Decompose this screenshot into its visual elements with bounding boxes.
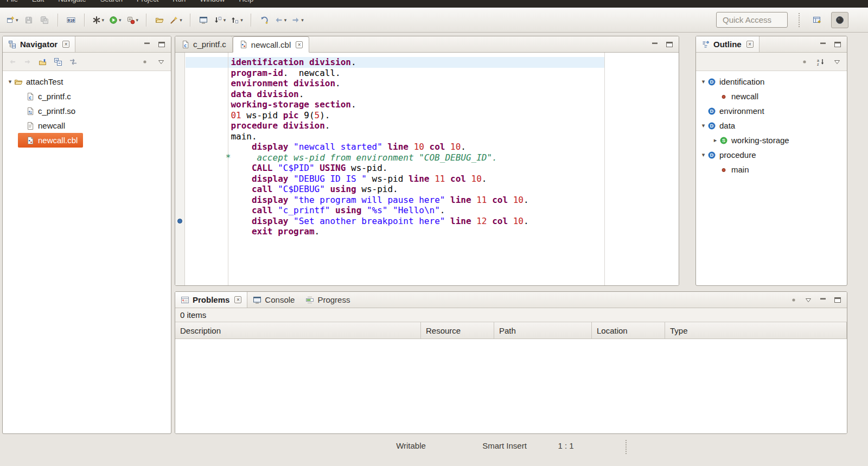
outline-item-data[interactable]: ▾Ddata: [699, 118, 741, 133]
back-history-button[interactable]: ▾: [273, 12, 289, 27]
menu-help[interactable]: Help: [239, 0, 253, 3]
navigator-item-attachtest[interactable]: ▾attachTest: [6, 74, 68, 89]
save-all-button[interactable]: [37, 12, 52, 27]
column-header-path[interactable]: Path: [494, 322, 592, 339]
minimize-button[interactable]: [648, 38, 661, 51]
minimize-button[interactable]: [816, 38, 829, 51]
navigator-item-c-printf-so[interactable]: c_printf.so: [18, 104, 81, 118]
dropdown-arrow-icon[interactable]: ▾: [136, 17, 139, 23]
console-button[interactable]: [196, 12, 210, 27]
navigator-item-newcall-cbl[interactable]: newcall.cbl: [18, 133, 83, 148]
dropdown-arrow-icon[interactable]: ▾: [301, 17, 304, 23]
tab-problems[interactable]: Problems×: [175, 292, 247, 308]
editor-tab-newcall-cbl[interactable]: newcall.cbl×: [233, 36, 309, 53]
column-header-description[interactable]: Description: [175, 322, 421, 339]
view-menu-button[interactable]: [155, 55, 168, 68]
code-line[interactable]: identification division.: [186, 57, 679, 68]
tab-console[interactable]: Console: [247, 292, 300, 308]
expander-icon[interactable]: ▸: [711, 137, 719, 144]
close-icon[interactable]: ×: [296, 41, 303, 48]
dropdown-arrow-icon[interactable]: ▾: [16, 17, 18, 23]
maximize-button[interactable]: [663, 38, 676, 51]
forward-history-button[interactable]: ▾: [290, 12, 305, 27]
run-config-button[interactable]: ▾: [125, 12, 141, 27]
new-wizard-button[interactable]: ▾: [4, 12, 20, 27]
code-line[interactable]: main.: [186, 131, 679, 142]
menu-navigate[interactable]: Navigate: [58, 0, 86, 3]
run-button[interactable]: ▾: [107, 12, 123, 27]
code-line[interactable]: CALL "C$PID" USING ws-pid.: [186, 163, 679, 174]
annotation-ruler[interactable]: [175, 53, 185, 286]
dropdown-arrow-icon[interactable]: ▾: [102, 17, 105, 23]
menu-edit[interactable]: Edit: [32, 0, 44, 3]
close-icon[interactable]: ×: [62, 41, 69, 48]
code-line[interactable]: display "DEBUG ID IS " ws-pid line 11 co…: [186, 174, 679, 184]
tab-navigator[interactable]: Navigator ×: [3, 36, 75, 52]
code-line[interactable]: environment division.: [186, 78, 679, 89]
code-line[interactable]: data division.: [186, 89, 679, 100]
code-line[interactable]: display "Set another breakpoint here" li…: [186, 216, 679, 227]
prev-annotation-button[interactable]: ▾: [229, 12, 245, 27]
code-line[interactable]: working-storage section.: [186, 99, 679, 110]
quick-access-field[interactable]: Quick Access: [716, 12, 788, 28]
expander-icon[interactable]: ▾: [6, 78, 14, 85]
outline-item-working-storage[interactable]: ▸Sworking-storage: [711, 133, 795, 148]
code-line[interactable]: program-id. newcall.: [186, 68, 679, 79]
code-line[interactable]: call "C$DEBUG" using ws-pid.: [186, 184, 679, 195]
column-header-location[interactable]: Location: [592, 322, 665, 339]
menu-window[interactable]: Window: [200, 0, 225, 3]
expander-icon[interactable]: ▾: [699, 122, 707, 129]
code-line[interactable]: * accept ws-pid from environment "COB_DE…: [186, 152, 679, 163]
sort-button[interactable]: az: [814, 55, 827, 68]
minimize-button[interactable]: [816, 293, 829, 307]
dropdown-arrow-icon[interactable]: ▾: [224, 17, 226, 23]
nav-forward-button[interactable]: [21, 55, 34, 68]
menu-file[interactable]: File: [7, 0, 18, 3]
navigator-item-c-printf-c[interactable]: cc_printf.c: [18, 89, 76, 104]
code-line[interactable]: display "the program will pause here" li…: [186, 195, 679, 206]
code-line[interactable]: procedure division.: [186, 120, 679, 131]
code-line[interactable]: 01 ws-pid pic 9(5).: [186, 110, 679, 121]
outline-item-procedure[interactable]: ▾Dprocedure: [699, 148, 762, 162]
view-menu-button[interactable]: [802, 293, 815, 307]
maximize-button[interactable]: [831, 293, 844, 307]
expander-icon[interactable]: ▾: [699, 151, 707, 158]
editor-tab-c-printf-c[interactable]: cc_printf.c: [175, 36, 233, 52]
cobol-perspective-button[interactable]: [831, 12, 848, 28]
outline-item-identification[interactable]: ▾Didentification: [699, 74, 770, 89]
close-icon[interactable]: ×: [746, 41, 754, 48]
menu-project[interactable]: Project: [137, 0, 158, 3]
code-area[interactable]: identification division. program-id. new…: [186, 57, 679, 237]
code-line[interactable]: exit program.: [186, 226, 679, 237]
debug-splat-button[interactable]: ▾: [91, 12, 106, 27]
maximize-button[interactable]: [831, 38, 844, 51]
focus-dot-button[interactable]: [138, 55, 151, 68]
open-perspective-button[interactable]: [808, 12, 826, 28]
minimize-button[interactable]: [141, 38, 154, 51]
outline-item-environment[interactable]: Denvironment: [699, 104, 770, 118]
tab-progress[interactable]: Progress: [300, 292, 355, 308]
focus-dot-button[interactable]: [787, 293, 800, 307]
dropdown-arrow-icon[interactable]: ▾: [240, 17, 243, 23]
link-editor-button[interactable]: [67, 55, 80, 68]
dropdown-arrow-icon[interactable]: ▾: [180, 17, 182, 23]
nav-up-button[interactable]: [36, 55, 49, 68]
outline-item-newcall[interactable]: newcall: [711, 89, 764, 104]
binary-010-button[interactable]: 010: [64, 12, 78, 27]
tab-outline[interactable]: Outline ×: [696, 36, 760, 52]
column-header-resource[interactable]: Resource: [421, 322, 494, 339]
outline-item-main[interactable]: main: [711, 162, 755, 177]
code-line[interactable]: call "c_printf" using "%s" "Hello\n".: [186, 205, 679, 216]
code-line[interactable]: display "newcall started" line 10 col 10…: [186, 142, 679, 152]
column-header-type[interactable]: Type: [665, 322, 847, 339]
last-edit-location-button[interactable]: [257, 12, 271, 27]
focus-dot-button[interactable]: [798, 55, 811, 68]
wand-button[interactable]: ▾: [168, 12, 184, 27]
breakpoint-icon[interactable]: [177, 219, 182, 224]
collapse-all-button[interactable]: [52, 55, 65, 68]
next-annotation-button[interactable]: ▾: [212, 12, 228, 27]
maximize-button[interactable]: [155, 38, 168, 51]
open-folder-button[interactable]: [152, 12, 167, 27]
menu-search[interactable]: Search: [100, 0, 123, 3]
close-icon[interactable]: ×: [234, 296, 241, 303]
